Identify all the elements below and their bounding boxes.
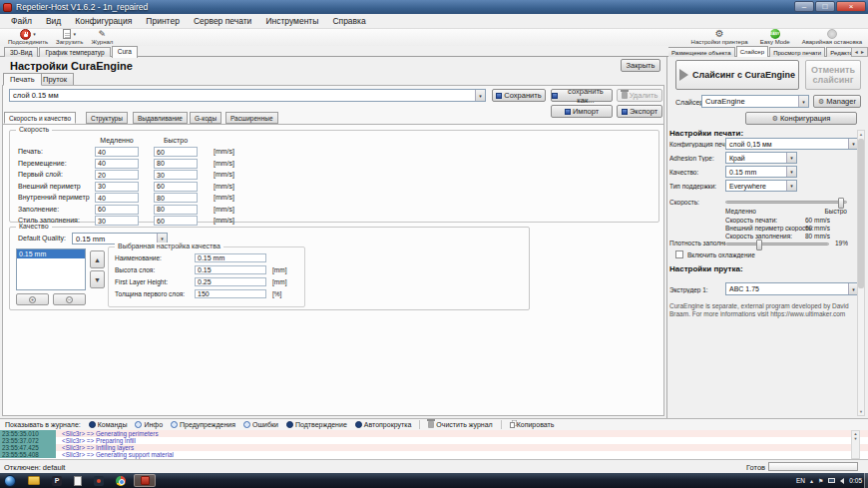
scroll-down-icon[interactable]: ▼ [858,409,864,414]
menu-config[interactable]: Конфигурация [68,14,139,28]
log-list[interactable]: 23:55:35.010 <Slic3r> => Generating peri… [0,430,868,459]
infill-slow-input[interactable] [95,205,139,215]
taskbar-repetier-active[interactable] [134,474,156,487]
clock[interactable]: 0:05 [849,477,862,484]
add-quality-button[interactable]: + [16,293,49,305]
slice-button[interactable]: Слайсинг с CuraEngine [675,60,799,90]
subtab-extrusion[interactable]: Выдавливание [133,112,188,124]
action-center-flag-icon[interactable]: ⚑ [818,478,823,484]
adhesion-select[interactable]: Край ▾ [725,152,797,164]
close-window-button[interactable]: × [836,1,866,12]
filter-warnings[interactable]: Предупреждения [171,421,235,428]
move-down-button[interactable]: ▼ [90,270,105,288]
menu-view[interactable]: Вид [39,14,68,28]
filter-ack[interactable]: Подтверждение [286,421,347,428]
export-button[interactable]: Экспорт [617,105,662,118]
connect-dropdown-arrow-icon[interactable]: ▾ [33,31,36,37]
tab-print[interactable]: Печать [3,73,42,86]
tab-scroll-arrows[interactable]: ◄ ► [851,47,868,57]
start-button[interactable] [4,475,16,487]
journal-button[interactable]: ✎ Журнал [91,29,113,45]
scrollbar-thumb[interactable] [858,139,864,288]
clear-log-button[interactable]: Очистить журнал [428,421,492,428]
close-settings-button[interactable]: Закрыть [621,59,660,72]
menu-print-server[interactable]: Сервер печати [187,14,259,28]
delete-profile-button[interactable]: Удалить [617,89,662,102]
menu-printer[interactable]: Принтер [139,14,187,28]
language-indicator[interactable]: EN [796,477,805,484]
configuration-button[interactable]: ⚙Конфигурация [745,112,857,125]
cancel-slice-button[interactable]: Отменить слайсинг [805,60,861,90]
speed-slider[interactable] [725,201,847,204]
print-config-select[interactable]: слой 0,15 мм ▾ [725,138,859,150]
infill-density-slider[interactable] [725,243,829,245]
quality-name-input[interactable] [195,253,266,262]
easy-mode-button[interactable]: EASY Easy Mode [760,29,790,45]
profile-select[interactable]: слой 0.15 мм ▾ [9,89,486,102]
speaker-icon[interactable] [840,478,844,484]
show-desktop-button[interactable] [864,473,868,488]
emergency-stop-button[interactable]: Аварийная остановка [802,29,862,45]
tab-print-preview[interactable]: Просмотр печати [769,47,825,57]
tab-object-placement[interactable]: Размещение объекта [668,47,735,57]
inner-perimeter-slow-input[interactable] [95,193,139,203]
minimize-button[interactable]: – [794,1,814,12]
scroll-up-icon[interactable]: ▲ [858,132,864,137]
panel-scrollbar[interactable]: ▲ ▼ [857,130,865,416]
copy-log-button[interactable]: Копировать [510,421,555,428]
taskbar-p-app-icon[interactable]: P [52,475,62,486]
inner-perimeter-fast-input[interactable] [154,193,198,203]
quality-select[interactable]: 0.15 mm ▾ [725,166,797,178]
travel-slow-input[interactable] [95,159,139,169]
first-layer-fast-input[interactable] [154,170,198,180]
menu-tools[interactable]: Инструменты [258,14,325,28]
load-dropdown-arrow-icon[interactable]: ▾ [73,31,76,37]
outer-perimeter-slow-input[interactable] [95,182,139,192]
printer-settings-button[interactable]: ⚙ Настройки принтера [691,29,748,45]
extruder-select[interactable]: ABC 1.75 ▾ [725,282,859,295]
support-select[interactable]: Everywhere ▾ [725,180,797,192]
quality-list[interactable]: 0.15 mm [16,248,86,290]
first-layer-width-input[interactable] [195,289,266,298]
filter-errors[interactable]: Ошибки [243,421,278,428]
subtab-advanced[interactable]: Расширенные [225,112,278,124]
filter-commands[interactable]: Команды [89,421,128,428]
tab-cura[interactable]: Cura [112,46,138,58]
travel-fast-input[interactable] [154,159,198,169]
outer-perimeter-fast-input[interactable] [154,182,198,192]
maximize-button[interactable]: □ [815,1,835,12]
print-fast-input[interactable] [154,147,198,157]
menu-file[interactable]: Файл [4,14,39,28]
move-up-button[interactable]: ▲ [90,250,105,268]
filter-info[interactable]: Инфо [135,421,163,428]
remove-quality-button[interactable]: – [53,293,86,305]
layer-height-input[interactable] [195,265,266,274]
tab-slicer[interactable]: Слайсер [736,46,768,57]
print-slow-input[interactable] [95,147,139,157]
slicer-select[interactable]: CuraEngine ▾ [701,95,809,108]
taskbar-notes-icon[interactable] [74,475,82,486]
manager-button[interactable]: ⚙Manager [813,95,861,108]
load-button[interactable]: ▾ Загрузить [56,29,83,45]
menu-help[interactable]: Справка [325,14,372,28]
taskbar-browser-icon[interactable] [94,475,104,486]
subtab-speed-quality[interactable]: Скорость и качество [4,112,76,124]
skin-infill-fast-input[interactable] [154,216,198,226]
infill-density-thumb[interactable] [756,240,762,250]
subtab-structures[interactable]: Структуры [86,112,128,124]
infill-fast-input[interactable] [154,205,198,215]
save-profile-button[interactable]: Сохранить [492,89,546,102]
import-button[interactable]: Импорт [551,105,613,118]
skin-infill-slow-input[interactable] [95,216,139,226]
taskbar-explorer-icon[interactable] [28,475,40,486]
filter-autoscroll[interactable]: Автопрокрутка [355,421,412,428]
quality-list-item[interactable]: 0.15 mm [17,249,85,258]
network-icon[interactable] [828,478,835,483]
first-layer-slow-input[interactable] [95,170,139,180]
taskbar-chrome-icon[interactable] [116,475,126,486]
save-as-button[interactable]: сохранить как... [551,89,613,102]
enable-cooling-checkbox[interactable] [675,250,683,258]
connect-button[interactable]: ▾ Подсоединить [8,29,48,45]
tray-expand-icon[interactable]: ▴ [810,478,813,484]
first-layer-height-input[interactable] [195,277,266,286]
